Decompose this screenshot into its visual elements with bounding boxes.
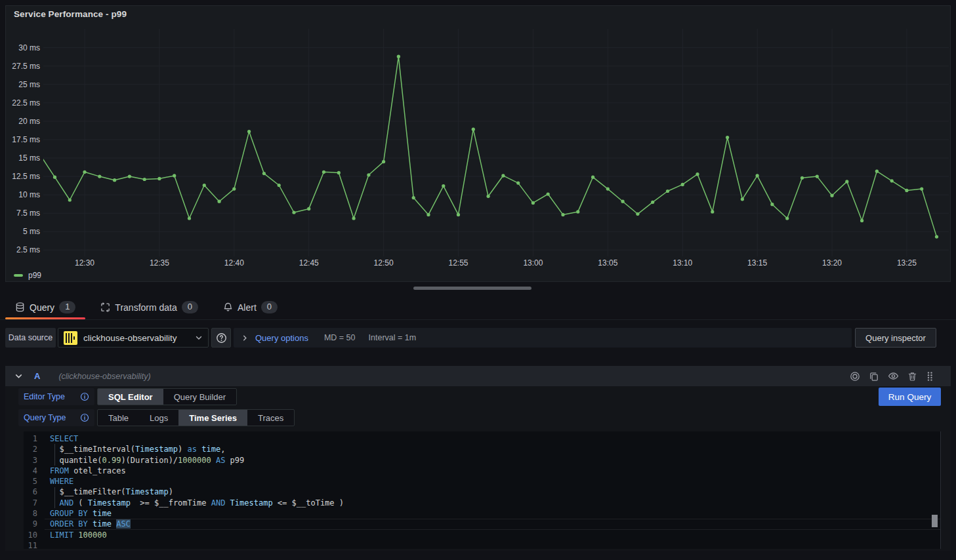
data-point[interactable] [800,176,804,180]
copy-query-icon[interactable] [869,371,879,382]
data-point[interactable] [262,172,266,175]
data-point[interactable] [591,176,594,179]
data-point[interactable] [726,136,729,139]
data-point[interactable] [426,213,430,216]
data-point[interactable] [397,55,400,58]
query-row-header[interactable]: A (clickhouse-observability) [5,366,951,386]
data-point[interactable] [830,194,833,197]
query-inspector-button[interactable]: Query inspector [855,328,936,348]
query-type-logs[interactable]: Logs [139,410,178,426]
sql-code[interactable]: SELECT $__timeInterval(Timestamp) as tim… [50,433,931,551]
data-point[interactable] [666,190,669,193]
info-circle-icon[interactable] [80,413,89,422]
data-point[interactable] [337,171,341,174]
code-line[interactable] [50,540,931,551]
delete-query-trash-icon[interactable] [907,371,917,382]
panel-title[interactable]: Service Performance - p99 [14,9,127,19]
info-circle-icon[interactable] [80,392,89,401]
code-line[interactable]: quantile(0.99)(Duration)/1000000 AS p99 [50,455,931,466]
editor-type-sql-editor[interactable]: SQL Editor [98,389,163,405]
data-point[interactable] [218,200,221,203]
data-point[interactable] [322,170,325,174]
data-point[interactable] [845,180,848,183]
data-point[interactable] [547,192,550,195]
data-point[interactable] [157,177,161,180]
data-point[interactable] [681,183,684,186]
disable-query-icon[interactable] [850,371,860,382]
data-point[interactable] [756,174,759,177]
data-point[interactable] [561,213,564,216]
query-type-traces[interactable]: Traces [247,410,294,426]
data-point[interactable] [98,175,101,178]
data-point[interactable] [412,196,415,199]
data-point[interactable] [307,207,310,210]
data-point[interactable] [83,170,86,174]
data-point[interactable] [621,200,625,203]
data-point[interactable] [576,210,579,213]
data-point[interactable] [860,219,863,222]
data-point[interactable] [905,189,908,192]
data-point[interactable] [920,188,923,191]
tab-query[interactable]: Query 1 [5,295,85,319]
query-type-time-series[interactable]: Time Series [178,410,247,426]
data-point[interactable] [367,173,370,176]
data-point[interactable] [173,174,176,177]
code-line[interactable]: $__timeInterval(Timestamp) as time, [50,444,931,454]
run-query-button[interactable]: Run Query [879,388,941,406]
data-point[interactable] [143,178,146,181]
tab-alert[interactable]: Alert 0 [213,295,287,319]
data-point[interactable] [232,188,236,191]
data-point[interactable] [531,201,535,205]
code-line[interactable]: $__timeFilter(Timestamp) [50,487,931,497]
tab-transform-data[interactable]: Transform data 0 [91,295,208,319]
horizontal-scrollbar[interactable] [413,287,531,290]
data-point[interactable] [606,188,610,191]
data-point[interactable] [487,195,490,198]
data-point[interactable] [292,210,295,214]
data-point[interactable] [247,130,251,133]
data-point[interactable] [711,210,714,213]
chart-legend[interactable]: p99 [14,271,41,280]
data-point[interactable] [352,216,356,220]
data-point[interactable] [785,216,789,220]
drag-handle-icon[interactable] [926,371,934,382]
code-line[interactable]: WHERE [50,476,931,487]
chevron-right-icon[interactable] [241,334,249,342]
data-point[interactable] [442,184,445,188]
data-point[interactable] [741,197,744,201]
code-line[interactable]: ORDER BY time ASC [50,519,931,529]
data-point[interactable] [816,175,819,178]
data-point[interactable] [890,179,894,182]
data-point[interactable] [636,212,639,216]
code-line[interactable]: SELECT [50,433,931,444]
query-ref-id[interactable]: A [34,371,40,381]
legend-label[interactable]: p99 [28,271,41,280]
sql-code-editor[interactable]: 1234567891011 SELECT $__timeInterval(Tim… [24,431,941,549]
datasource-picker[interactable]: clickhouse-observability [58,328,209,348]
data-point[interactable] [382,160,385,163]
data-point[interactable] [770,203,774,206]
data-point[interactable] [53,176,56,179]
data-point[interactable] [651,201,654,204]
data-point[interactable] [935,235,938,239]
query-options-link[interactable]: Query options [255,333,308,343]
hide-response-eye-icon[interactable] [888,370,899,382]
data-point[interactable] [501,174,505,177]
data-point[interactable] [457,213,460,216]
data-point[interactable] [875,170,879,173]
data-point[interactable] [278,184,281,187]
data-point[interactable] [203,184,206,187]
code-line[interactable]: GROUP BY time [50,508,931,519]
query-type-table[interactable]: Table [98,410,139,426]
editor-type-query-builder[interactable]: Query Builder [163,389,236,405]
data-point[interactable] [516,182,520,185]
code-line[interactable]: AND ( Timestamp >= $__fromTime AND Times… [50,498,931,508]
data-point[interactable] [188,216,191,220]
data-point[interactable] [113,178,116,182]
data-point[interactable] [68,198,72,201]
data-point[interactable] [696,172,699,176]
collapse-chevron-icon[interactable] [14,372,23,380]
datasource-help-button[interactable] [211,328,231,348]
code-line[interactable]: LIMIT 100000 [50,530,931,540]
code-line[interactable]: FROM otel_traces [50,466,931,476]
